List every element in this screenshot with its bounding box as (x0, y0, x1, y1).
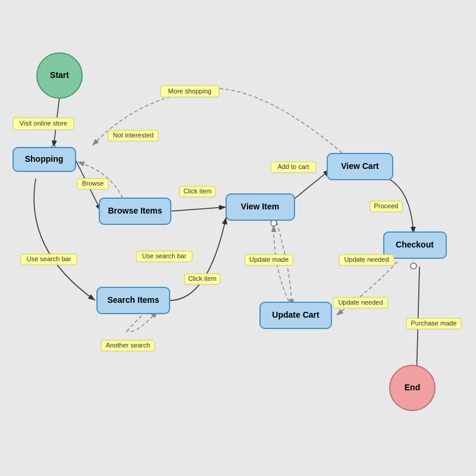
junction-checkout (411, 263, 416, 269)
node-checkout-label: Checkout (396, 240, 434, 249)
label-proceed-text: Proceed (374, 202, 399, 209)
label-notinterested-text: Not interested (113, 131, 154, 139)
node-start-label: Start (50, 70, 69, 80)
label-anothersearch-text: Another search (106, 342, 151, 349)
node-viewitem-label: View Item (241, 202, 279, 211)
label-updateneeded1-text: Update needed (344, 256, 389, 263)
label-clickitem2-text: Click item (188, 275, 217, 282)
node-end-label: End (405, 383, 420, 392)
node-updatecart-label: Update Cart (272, 310, 320, 320)
label-addtocart-text: Add to cart (277, 163, 309, 170)
label-usesearch2-text: Use search bar (142, 252, 187, 259)
node-browse-label: Browse Items (108, 206, 162, 215)
node-search-label: Search Items (107, 295, 159, 305)
label-updateneeded2-text: Update needed (338, 299, 383, 306)
node-viewcart-label: View Cart (341, 161, 379, 171)
label-visit-text: Visit online store (20, 120, 68, 127)
label-updatemade-text: Update made (249, 256, 289, 263)
junction-viewitem-bottom (271, 220, 277, 226)
label-purchasemade-text: Purchase made (411, 320, 456, 327)
node-shopping-label: Shopping (25, 154, 64, 164)
flow-diagram: Start Shopping Browse Items Search Items… (0, 0, 476, 476)
label-browse-text: Browse (82, 180, 104, 187)
label-moreshopping-text: More shopping (168, 87, 212, 95)
label-usesearch1-text: Use search bar (27, 255, 71, 262)
label-clickitem1-text: Click item (183, 187, 212, 195)
